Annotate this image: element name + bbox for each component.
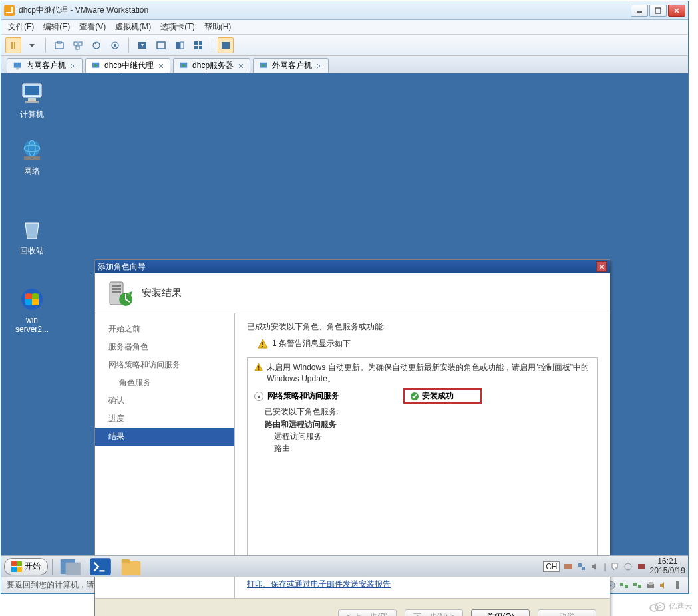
date: 2015/9/19 xyxy=(650,567,685,575)
server-manager-pin[interactable] xyxy=(57,558,83,575)
report-link[interactable]: 打印、保存或通过电子邮件发送安装报告 xyxy=(247,579,598,590)
close-icon[interactable] xyxy=(70,63,77,69)
step-server-roles[interactable]: 服务器角色 xyxy=(95,338,234,356)
installed-list: 已安装以下角色服务: 路由和远程访问服务 远程访问服务 路由 xyxy=(265,406,590,454)
printer-icon[interactable] xyxy=(645,580,656,591)
success-line: 已成功安装以下角色、角色服务或功能: xyxy=(247,321,598,333)
install-success-text: 安装成功 xyxy=(422,390,454,402)
svg-point-92 xyxy=(650,605,658,611)
snapshot-icon[interactable] xyxy=(51,37,67,53)
close-wizard-button[interactable]: 关闭(O) xyxy=(471,609,530,616)
sound-icon[interactable] xyxy=(659,580,669,591)
tray-icon[interactable] xyxy=(623,562,633,571)
desktop-icon-network[interactable]: 网络 xyxy=(8,136,56,177)
wizard-titlebar[interactable]: 添加角色向导 ✕ xyxy=(95,260,610,273)
close-icon[interactable] xyxy=(158,63,164,69)
svg-point-15 xyxy=(114,44,116,47)
vmware-toolbar xyxy=(1,35,688,56)
fullscreen-icon[interactable] xyxy=(153,37,169,53)
svg-rect-86 xyxy=(633,583,637,586)
close-button[interactable] xyxy=(668,5,685,17)
success-badge: 安装成功 xyxy=(403,388,482,404)
desktop-icon-recycle[interactable]: 回收站 xyxy=(8,216,56,257)
tab-label: 内网客户机 xyxy=(26,60,66,71)
svg-rect-91 xyxy=(676,581,679,589)
usb-icon[interactable] xyxy=(672,580,683,591)
network-adapter-icon[interactable] xyxy=(619,580,629,591)
ime-indicator[interactable]: CH xyxy=(543,561,560,572)
power-on-icon[interactable] xyxy=(5,37,21,53)
menu-vm[interactable]: 虚拟机(M) xyxy=(115,21,151,33)
power-dropdown-icon[interactable] xyxy=(24,37,40,53)
snapshot-take-icon[interactable] xyxy=(107,37,123,53)
tab-intranet-client[interactable]: 内网客户机 xyxy=(7,58,83,73)
fit-guest-icon[interactable] xyxy=(134,37,150,53)
close-icon[interactable] xyxy=(316,63,323,69)
svg-rect-22 xyxy=(199,41,202,45)
svg-rect-65 xyxy=(258,369,260,370)
step-confirm[interactable]: 确认 xyxy=(95,392,234,410)
explorer-pin[interactable] xyxy=(118,558,144,575)
vmware-icon xyxy=(4,5,15,16)
tab-label: 外网客户机 xyxy=(272,60,312,71)
wizard-close-button[interactable]: ✕ xyxy=(596,261,607,272)
action-center-icon[interactable] xyxy=(610,562,619,571)
vm-desktop[interactable]: 计算机 网络 回收站 win server2... 添加角色向导 ✕ 安装结果 xyxy=(1,73,688,577)
clock[interactable]: 16:21 2015/9/19 xyxy=(650,557,685,575)
svg-rect-27 xyxy=(16,68,19,69)
svg-rect-49 xyxy=(24,156,40,160)
svg-point-46 xyxy=(24,140,40,156)
network-adapter-icon[interactable] xyxy=(632,580,643,591)
step-result[interactable]: 结果 xyxy=(95,428,234,446)
tray-icon[interactable] xyxy=(637,562,646,571)
cycle-icon[interactable] xyxy=(190,37,206,53)
result-row: ▴ 网络策略和访问服务 安装成功 xyxy=(254,388,590,404)
routing-service: 路由和远程访问服务 xyxy=(265,419,590,430)
unity-icon[interactable] xyxy=(172,37,188,53)
svg-rect-45 xyxy=(25,101,39,103)
svg-rect-10 xyxy=(79,42,82,45)
tab-dhcp-relay[interactable]: dhcp中继代理 xyxy=(85,58,170,73)
step-role-service[interactable]: 角色服务 xyxy=(95,374,234,392)
desktop-icon-computer[interactable]: 计算机 xyxy=(8,80,56,120)
desktop-icon-winserver[interactable]: win server2... xyxy=(8,286,56,334)
desktop-icon-label: win server2... xyxy=(8,315,56,334)
tab-label: dhcp服务器 xyxy=(192,60,234,71)
step-before[interactable]: 开始之前 xyxy=(95,320,234,338)
menu-edit[interactable]: 编辑(E) xyxy=(43,21,70,33)
svg-point-94 xyxy=(659,605,661,608)
window-controls xyxy=(631,5,685,17)
menu-view[interactable]: 查看(V) xyxy=(79,21,106,33)
svg-rect-4 xyxy=(11,42,13,49)
collapse-icon[interactable]: ▴ xyxy=(254,392,263,401)
svg-rect-1 xyxy=(655,8,661,13)
menu-tabs[interactable]: 选项卡(T) xyxy=(160,21,194,33)
menu-file[interactable]: 文件(F) xyxy=(8,21,34,33)
step-progress[interactable]: 进度 xyxy=(95,410,234,428)
warning-count: 1 条警告消息显示如下 xyxy=(272,338,351,349)
svg-rect-62 xyxy=(262,346,263,347)
svg-rect-26 xyxy=(14,62,21,67)
svg-rect-85 xyxy=(625,585,628,588)
menu-help[interactable]: 帮助(H) xyxy=(204,21,232,33)
svg-marker-76 xyxy=(592,563,596,570)
revert-icon[interactable] xyxy=(88,37,104,53)
start-button[interactable]: 开始 xyxy=(4,558,48,575)
powershell-pin[interactable] xyxy=(87,558,114,575)
tab-extranet-client[interactable]: 外网客户机 xyxy=(253,58,329,73)
maximize-button[interactable] xyxy=(649,5,667,17)
volume-tray-icon[interactable] xyxy=(590,562,600,571)
network-tray-icon[interactable] xyxy=(577,562,586,571)
vmware-titlebar: dhcp中继代理 - VMware Workstation xyxy=(1,1,688,20)
close-icon[interactable] xyxy=(238,63,244,69)
tray-icon[interactable] xyxy=(564,562,573,571)
step-npas[interactable]: 网络策略和访问服务 xyxy=(95,356,234,374)
snapshot-manager-icon[interactable] xyxy=(70,37,86,53)
installed-header: 已安装以下角色服务: xyxy=(265,406,590,418)
time: 16:21 xyxy=(650,557,685,566)
tab-dhcp-server[interactable]: dhcp服务器 xyxy=(173,58,250,73)
svg-rect-72 xyxy=(122,559,130,563)
toolbar-separator xyxy=(128,38,129,53)
stretch-icon[interactable] xyxy=(218,37,234,53)
minimize-button[interactable] xyxy=(631,5,648,17)
